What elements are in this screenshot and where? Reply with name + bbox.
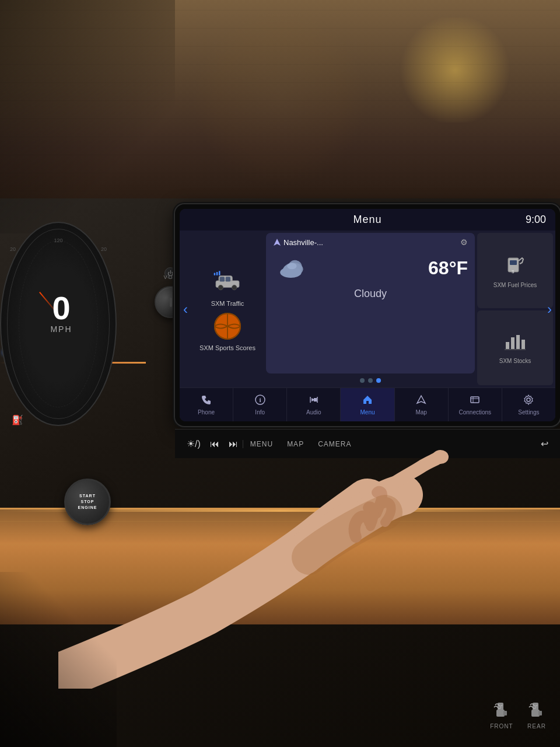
menu-home-icon	[362, 395, 373, 408]
rear-seat-control[interactable]: REAR	[525, 697, 548, 729]
svg-rect-22	[516, 335, 520, 349]
weather-settings-icon[interactable]: ⚙	[460, 238, 468, 247]
svg-point-5	[232, 285, 236, 289]
svg-point-16	[287, 263, 297, 269]
weather-header: Nashville-... ⚙	[273, 238, 468, 247]
weather-card[interactable]: Nashville-... ⚙	[266, 233, 475, 374]
carousel-left-arrow[interactable]: ‹	[183, 301, 188, 317]
svg-rect-2	[220, 277, 225, 281]
camera-btn[interactable]: CAMERA	[318, 440, 351, 448]
sxm-traffic-label: SXM Traffic	[211, 300, 244, 307]
info-icon: i	[255, 395, 265, 408]
sxm-traffic-icon	[210, 267, 245, 296]
stocks-icon	[503, 330, 527, 355]
weather-condition-area: 68°F	[428, 257, 468, 279]
start-stop-engine[interactable]: START STOP ENGINE	[64, 479, 111, 525]
svg-point-4	[218, 285, 223, 289]
nav-connections-label: Connections	[459, 409, 491, 416]
svg-rect-39	[538, 711, 542, 715]
sxm-stocks-card[interactable]: SXM Stocks	[477, 310, 553, 386]
svg-rect-8	[219, 271, 220, 275]
center-weather-widget: Nashville-... ⚙	[266, 233, 475, 385]
rear-seat-label: REAR	[527, 723, 546, 729]
nav-phone-label: Phone	[198, 409, 215, 416]
menu-btn[interactable]: MENU	[250, 440, 273, 448]
svg-text:i: i	[259, 396, 261, 403]
scene: 120 20 20 0 MPH ⛽ ⏻ VOL Menu 9:00	[0, 0, 560, 747]
carousel-sxm-sports[interactable]: SXM Sports Scores	[200, 312, 256, 351]
back-btn[interactable]: ↩	[536, 436, 553, 452]
start-stop-text: START STOP ENGINE	[78, 493, 97, 510]
nav-map[interactable]: Map	[395, 388, 449, 421]
front-seat-label: FRONT	[490, 723, 513, 729]
dot-2	[368, 378, 373, 383]
connections-icon	[470, 395, 480, 408]
gas-indicator: ⛽	[12, 414, 23, 425]
physical-control-bar: ☀/) ⏮ ⏭ MENU MAP CAMERA ↩	[175, 429, 560, 458]
nav-settings[interactable]: Settings	[502, 388, 555, 421]
phone-icon	[201, 395, 212, 408]
sxm-stocks-label: SXM Stocks	[499, 357, 531, 365]
svg-rect-18	[510, 260, 517, 265]
nav-info[interactable]: i Info	[233, 388, 287, 421]
dot-1	[360, 378, 365, 383]
left-carousel-panel: ‹	[182, 233, 264, 385]
leather-trim	[0, 508, 560, 624]
svg-rect-38	[533, 703, 538, 711]
sxm-fuel-label: SXM Fuel Prices	[494, 281, 537, 289]
nav-audio[interactable]: Audio	[287, 388, 341, 421]
weather-icon-area	[273, 250, 308, 285]
carousel-right-arrow[interactable]: ›	[547, 301, 552, 317]
screen-bezel: Menu 9:00 ‹	[175, 204, 560, 426]
svg-rect-6	[214, 273, 216, 275]
skip-forward-btn[interactable]: ⏭	[224, 437, 243, 452]
infotainment-screen: Menu 9:00 ‹	[180, 209, 555, 421]
audio-icon	[309, 395, 319, 408]
svg-rect-3	[226, 277, 230, 281]
screen-main-content: ‹	[180, 231, 555, 388]
speed-value: 0	[18, 292, 105, 324]
brightness-btn[interactable]: ☀/)	[182, 436, 205, 452]
rear-seat-icon	[525, 697, 548, 721]
screen-header: Menu 9:00	[180, 209, 555, 231]
settings-icon	[523, 395, 534, 408]
weather-body: 68°F	[273, 250, 468, 285]
nav-menu[interactable]: Menu	[341, 388, 394, 421]
right-cards-panel: › $	[477, 233, 553, 385]
nav-info-label: Info	[255, 409, 265, 416]
svg-rect-29	[471, 397, 479, 403]
weather-condition: Cloudy	[273, 288, 468, 300]
fuel-icon: $	[503, 252, 527, 279]
sxm-sports-label: SXM Sports Scores	[200, 344, 256, 351]
svg-rect-7	[216, 271, 218, 275]
weather-temperature: 68°F	[428, 257, 468, 279]
svg-rect-36	[503, 711, 507, 715]
navigation-icon	[273, 238, 281, 246]
sxm-sports-icon	[210, 312, 245, 341]
skip-back-btn[interactable]: ⏮	[205, 437, 224, 452]
screen-time: 9:00	[526, 214, 546, 226]
bottom-controls: FRONT REAR	[490, 697, 548, 729]
carousel-sxm-traffic[interactable]: SXM Traffic	[210, 267, 245, 307]
svg-rect-20	[506, 342, 509, 349]
speedometer: 0 MPH	[18, 292, 105, 334]
nav-audio-label: Audio	[306, 409, 321, 416]
nav-map-label: Map	[415, 409, 426, 416]
nav-phone[interactable]: Phone	[180, 388, 233, 421]
nav-settings-label: Settings	[518, 409, 539, 416]
nav-menu-label: Menu	[360, 409, 374, 416]
nav-connections[interactable]: Connections	[449, 388, 502, 421]
front-seat-icon	[490, 697, 513, 721]
dot-3	[376, 378, 381, 383]
svg-rect-35	[498, 703, 503, 711]
map-icon	[416, 395, 426, 408]
carousel-dots	[266, 376, 475, 385]
front-seat-control[interactable]: FRONT	[490, 697, 513, 729]
svg-point-32	[527, 398, 530, 402]
map-btn[interactable]: MAP	[287, 440, 304, 448]
svg-rect-23	[522, 340, 525, 349]
speed-unit: MPH	[18, 324, 105, 334]
screen-title: Menu	[308, 214, 427, 226]
sxm-fuel-card[interactable]: $ SXM Fuel Prices	[477, 233, 553, 308]
svg-rect-21	[511, 337, 514, 349]
